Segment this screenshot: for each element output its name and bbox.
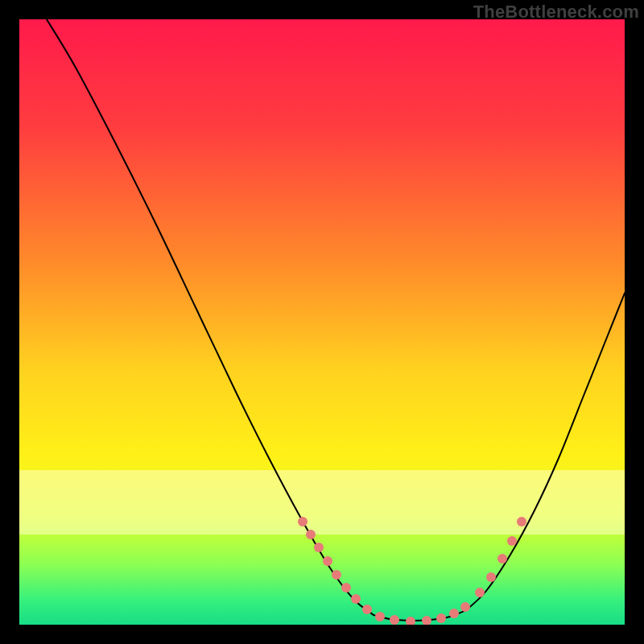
highlight-dot	[486, 572, 496, 582]
highlight-dot	[507, 536, 517, 546]
chart-stage: TheBottleneck.com	[0, 0, 644, 644]
highlight-dot	[517, 517, 526, 526]
highlight-dot	[298, 517, 308, 526]
pale-yellow-band	[19, 470, 625, 535]
highlight-dot	[362, 605, 372, 614]
highlight-dot	[475, 588, 485, 597]
highlight-dot	[436, 613, 446, 623]
highlight-dot	[323, 556, 332, 566]
highlight-dot	[449, 609, 459, 618]
highlight-dot	[460, 602, 470, 612]
highlight-dot	[314, 543, 324, 552]
highlight-dot	[332, 570, 341, 580]
highlight-dot	[351, 594, 361, 604]
plot-svg	[19, 19, 625, 625]
highlight-dot	[375, 612, 385, 621]
highlight-dot	[306, 530, 316, 539]
highlight-dot	[390, 615, 399, 625]
highlight-dot	[497, 554, 507, 564]
highlight-dot	[341, 583, 351, 592]
watermark-text: TheBottleneck.com	[473, 2, 639, 23]
plot-area	[19, 19, 625, 625]
